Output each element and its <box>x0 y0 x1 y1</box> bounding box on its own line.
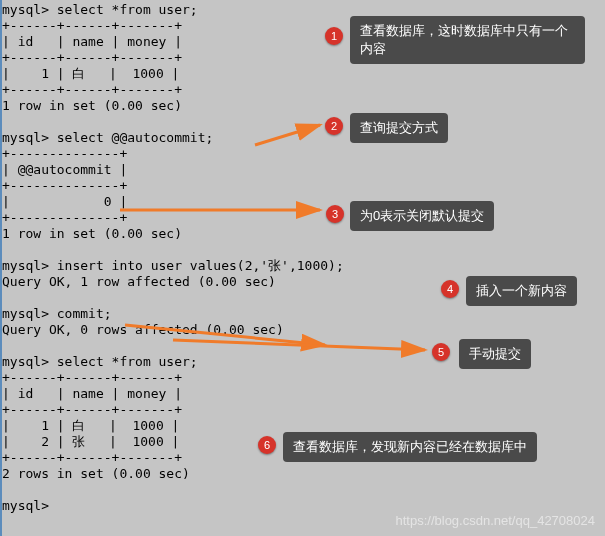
callout-6: 查看数据库，发现新内容已经在数据库中 <box>283 432 537 462</box>
watermark: https://blog.csdn.net/qq_42708024 <box>396 513 596 528</box>
badge-6: 6 <box>258 436 276 454</box>
badge-3: 3 <box>326 205 344 223</box>
badge-4: 4 <box>441 280 459 298</box>
badge-5: 5 <box>432 343 450 361</box>
callout-4: 插入一个新内容 <box>466 276 577 306</box>
callout-2: 查询提交方式 <box>350 113 448 143</box>
badge-1: 1 <box>325 27 343 45</box>
badge-2: 2 <box>325 117 343 135</box>
callout-3: 为0表示关闭默认提交 <box>350 201 494 231</box>
callout-5: 手动提交 <box>459 339 531 369</box>
callout-1: 查看数据库，这时数据库中只有一个内容 <box>350 16 585 64</box>
